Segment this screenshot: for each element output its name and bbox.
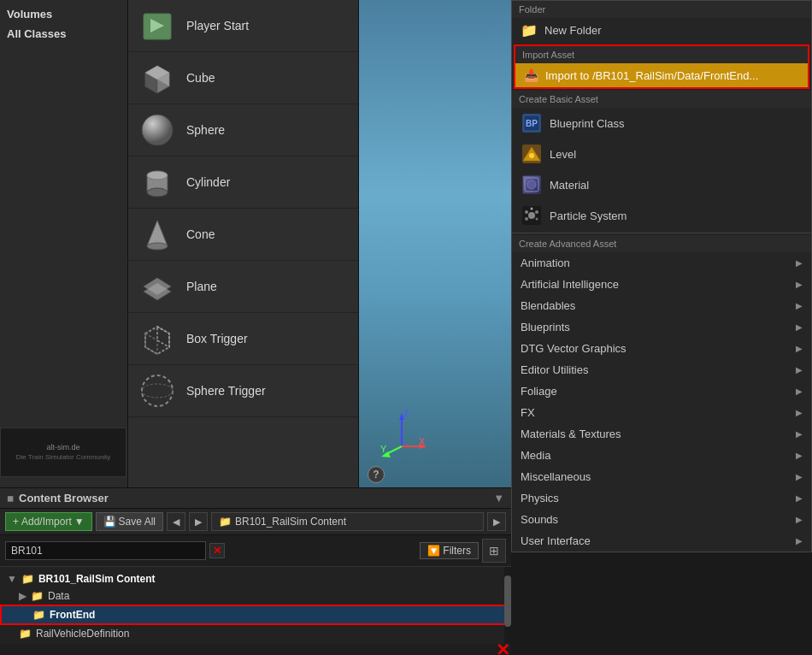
menu-item-user-interface[interactable]: User Interface ▶ (512, 530, 811, 552)
add-import-button[interactable]: + Add/Import ▼ (5, 512, 92, 531)
filters-button[interactable]: 🔽 Filters (420, 542, 479, 559)
save-all-button[interactable]: 💾 Save All (96, 512, 163, 531)
menu-item-editor-utilities[interactable]: Editor Utilities ▶ (512, 359, 811, 381)
cb-icon: ◼ (7, 493, 14, 503)
primitive-item-sphere[interactable]: Sphere (128, 104, 358, 156)
sphere-trigger-label: Sphere Trigger (186, 384, 266, 398)
user-interface-label: User Interface (521, 534, 796, 547)
menu-item-physics[interactable]: Physics ▶ (512, 487, 811, 509)
folder-section-header: Folder (512, 1, 811, 18)
new-folder-item[interactable]: 📁 New Folder (512, 18, 811, 43)
primitive-item-cube[interactable]: Cube (128, 52, 358, 104)
menu-item-particle[interactable]: Particle System (512, 200, 811, 231)
sidebar-section-volumes: Volumes (0, 4, 127, 24)
menu-item-foliage[interactable]: Foliage ▶ (512, 381, 811, 402)
import-asset-header: Import Asset (515, 46, 808, 63)
content-browser: ◼ Content Browser ▼ + Add/Import ▼ 💾 Sav… (0, 487, 511, 655)
context-menu: Folder 📁 New Folder Import Asset 📥 Impor… (511, 0, 812, 552)
menu-item-blueprints[interactable]: Blueprints ▶ (512, 316, 811, 338)
save-all-icon: 💾 (103, 516, 116, 528)
primitive-item-player-start[interactable]: Player Start (128, 0, 358, 52)
animation-arrow: ▶ (796, 258, 803, 268)
primitive-item-cylinder[interactable]: Cylinder (128, 156, 358, 209)
folder-tree-scrollbar[interactable] (504, 567, 511, 644)
foliage-label: Foliage (521, 385, 796, 398)
nav-back-button[interactable]: ◀ (167, 512, 185, 531)
svg-point-41 (535, 210, 538, 214)
dtg-arrow: ▶ (796, 344, 803, 353)
content-browser-titlebar: ◼ Content Browser ▼ (0, 488, 511, 509)
content-browser-toolbar: + Add/Import ▼ 💾 Save All ◀ ▶ 📁 BR101_Ra… (0, 509, 511, 535)
primitive-item-cone[interactable]: Cone (128, 209, 358, 261)
blueprint-icon: BP (521, 112, 543, 134)
cb-collapse-icon[interactable]: ▼ (493, 492, 504, 505)
svg-text:X: X (419, 436, 426, 446)
watermark: alt-sim.de Die Train Simulator Community (0, 428, 127, 477)
close-button[interactable]: ✕ (496, 640, 510, 655)
menu-item-media[interactable]: Media ▶ (512, 445, 811, 466)
svg-point-11 (147, 243, 168, 250)
menu-item-blendables[interactable]: Blendables ▶ (512, 295, 811, 316)
cube-label: Cube (186, 71, 215, 85)
cylinder-label: Cylinder (186, 175, 230, 189)
materials-textures-arrow: ▶ (796, 429, 803, 439)
ai-arrow: ▶ (796, 280, 803, 289)
folder-item-data[interactable]: ▶ 📁 Data (0, 587, 511, 605)
cone-icon (137, 214, 178, 255)
root-folder-label: BR101_RailSim Content (38, 573, 156, 585)
import-asset-button[interactable]: 📥 Import to /BR101_RailSim/Data/FrontEnd… (515, 63, 808, 87)
menu-item-blueprint[interactable]: BP Blueprint Class (512, 108, 811, 139)
particle-label: Particle System (550, 209, 803, 222)
cube-icon (137, 57, 178, 98)
menu-item-level[interactable]: Level (512, 139, 811, 169)
frontend-folder-icon: 📁 (32, 609, 45, 621)
sounds-arrow: ▶ (796, 515, 803, 524)
menu-item-sounds[interactable]: Sounds ▶ (512, 509, 811, 530)
menu-item-fx[interactable]: FX ▶ (512, 402, 811, 423)
miscellaneous-arrow: ▶ (796, 472, 803, 481)
physics-label: Physics (521, 492, 796, 505)
menu-item-ai[interactable]: Artificial Intelligence ▶ (512, 274, 811, 295)
menu-item-miscellaneous[interactable]: Miscellaneous ▶ (512, 466, 811, 487)
blueprints-label: Blueprints (521, 321, 796, 333)
primitive-item-plane[interactable]: Plane (128, 261, 358, 313)
fx-arrow: ▶ (796, 408, 803, 417)
folder-search-input[interactable] (5, 541, 206, 560)
menu-item-materials-textures[interactable]: Materials & Textures ▶ (512, 423, 811, 445)
svg-point-44 (531, 208, 533, 210)
editor-utilities-arrow: ▶ (796, 365, 803, 375)
box-trigger-icon (137, 318, 178, 359)
save-all-label: Save All (119, 516, 156, 528)
menu-item-material[interactable]: Material (512, 169, 811, 200)
view-toggle-button[interactable]: ⊞ (482, 539, 506, 563)
nav-forward-button[interactable]: ▶ (189, 512, 208, 531)
menu-item-dtg[interactable]: DTG Vector Graphics ▶ (512, 338, 811, 359)
svg-point-9 (147, 188, 168, 197)
folder-item-railvehicle[interactable]: 📁 RailVehicleDefinition (0, 625, 511, 642)
data-folder-label: Data (48, 590, 69, 602)
add-import-icon: + (13, 516, 19, 528)
primitive-item-sphere-trigger[interactable]: Sphere Trigger (128, 365, 358, 417)
svg-point-17 (142, 375, 173, 406)
svg-text:Z: Z (403, 408, 409, 418)
folder-item-frontend[interactable]: 📁 FrontEnd (0, 605, 511, 625)
menu-item-animation[interactable]: Animation ▶ (512, 252, 811, 274)
viewport: Z X Y ? (359, 0, 513, 487)
new-folder-label: New Folder (544, 24, 601, 37)
svg-point-18 (142, 384, 173, 398)
import-icon: 📥 (524, 68, 538, 82)
import-asset-label: Import to /BR101_RailSim/Data/FrontEnd..… (545, 69, 758, 82)
svg-point-8 (147, 171, 168, 180)
folder-icon: 📁 (521, 22, 538, 38)
level-icon (521, 143, 543, 165)
clear-search-button[interactable]: ✕ (209, 543, 225, 558)
viewport-help-icon[interactable]: ? (368, 466, 385, 483)
watermark-line2: Die Train Simulator Community (16, 453, 111, 462)
scrollbar-thumb (504, 575, 511, 627)
primitive-item-box-trigger[interactable]: Box Trigger (128, 313, 358, 365)
left-sidebar: Volumes All Classes (0, 0, 128, 487)
nav-arrow-button[interactable]: ▶ (487, 512, 506, 531)
folder-item-root[interactable]: ▼ 📁 BR101_RailSim Content (0, 570, 511, 587)
ai-label: Artificial Intelligence (521, 278, 796, 291)
add-import-dropdown-icon: ▼ (74, 516, 85, 528)
